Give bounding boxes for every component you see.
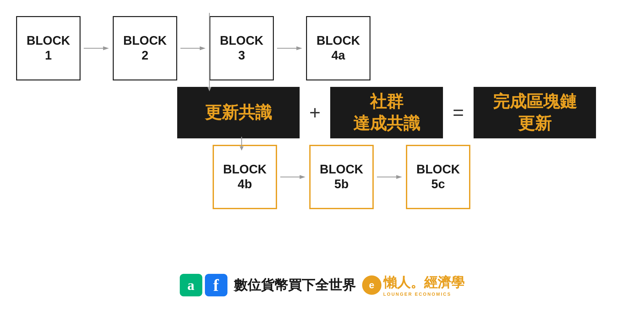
block-3: BLOCK 3 [209,16,274,80]
arrow-4b-5b [280,172,306,182]
footer-icons: a f [180,274,227,296]
svg-marker-1 [103,46,109,50]
brand-icon: e [362,275,381,295]
arrow-1-2 [84,43,110,53]
main-diagram: BLOCK 1 BLOCK 2 BLOCK 3 [10,10,635,209]
facebook-icon: f [205,274,227,296]
block2-line1: BLOCK [123,33,167,48]
row3: BLOCK 4b BLOCK 5b BLOCK 5c [213,145,635,209]
black-block2-line1: 社群 [370,91,403,113]
block4b-line1: BLOCK [223,162,266,177]
block1-line2: 1 [45,48,52,63]
block3-line1: BLOCK [220,33,263,48]
block5c-line2: 5c [431,177,445,192]
block3-line2: 3 [238,48,245,63]
block4a-line2: 4a [332,48,345,63]
brand-text-container: 懶人。經濟學 LOUNGER ECONOMICS [383,274,465,297]
connector-vertical-2 [209,138,635,142]
black-block-3: 完成區塊鏈 更新 [474,87,596,138]
row1: BLOCK 1 BLOCK 2 BLOCK 3 [16,16,635,80]
brand-main-text: 懶人。經濟學 [383,274,465,292]
block-4a: BLOCK 4a [306,16,370,80]
footer-brand: e 懶人。經濟學 LOUNGER ECONOMICS [362,274,465,297]
black-block3-line2: 更新 [518,113,552,135]
block-4b: BLOCK 4b [213,145,277,209]
svg-marker-3 [200,46,206,50]
block5c-line1: BLOCK [416,162,460,177]
row2: 更新共識 + 社群 達成共識 = 完成區塊鏈 更新 [177,87,635,138]
arrow-2-3 [180,43,206,53]
block-2: BLOCK 2 [113,16,177,80]
svg-marker-5 [296,46,302,50]
black-block-2: 社群 達成共識 [330,87,443,138]
block4b-line2: 4b [238,177,252,192]
black-block3-line1: 完成區塊鏈 [493,91,577,113]
arrow-3-4a [277,43,303,53]
block-5c: BLOCK 5c [406,145,470,209]
arrow-5b-5c [377,172,403,182]
operator-equals: = [453,103,464,122]
svg-marker-13 [396,175,402,179]
connector-vertical [177,80,635,84]
footer: a f 數位貨幣買下全世界 e 懶人。經濟學 LOUNGER ECONOMICS [0,274,644,297]
black-block-1: 更新共識 [177,87,300,138]
block2-line2: 2 [141,48,148,63]
block4a-line1: BLOCK [316,33,360,48]
alpha-icon: a [180,274,202,296]
block1-line1: BLOCK [26,33,70,48]
operator-plus: + [309,103,321,122]
block5b-line2: 5b [334,177,349,192]
block5b-line1: BLOCK [320,162,363,177]
block-1: BLOCK 1 [16,16,81,80]
svg-marker-11 [300,175,305,179]
block-5b: BLOCK 5b [309,145,374,209]
black-block1-text: 更新共識 [205,102,272,124]
black-block2-line2: 達成共識 [353,113,420,135]
footer-main-text: 數位貨幣買下全世界 [234,276,356,294]
brand-sub-text: LOUNGER ECONOMICS [383,292,465,297]
